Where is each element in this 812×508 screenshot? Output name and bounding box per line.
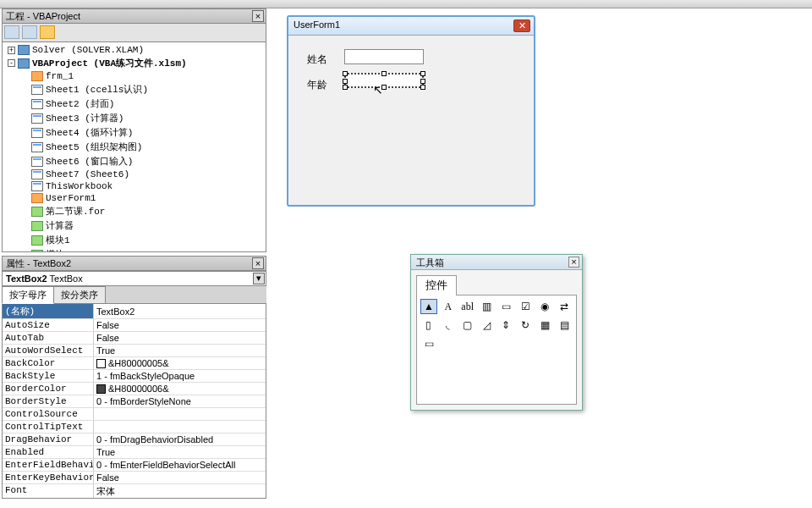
property-row[interactable]: DragBehavior0 - fmDragBehaviorDisabled: [3, 433, 266, 446]
toolbox-titlebar[interactable]: 工具箱 ×: [411, 255, 582, 270]
resize-handle[interactable]: [381, 85, 387, 90]
resize-handle[interactable]: [343, 79, 348, 84]
toolbox-tool[interactable]: ▤: [556, 318, 573, 333]
textbox1[interactable]: [344, 49, 424, 64]
property-row[interactable]: Font宋体: [3, 484, 266, 499]
expander-icon[interactable]: +: [8, 47, 15, 54]
property-row[interactable]: AutoTabFalse: [3, 332, 266, 345]
toolbox-tool[interactable]: A: [440, 299, 457, 314]
toolbox-tool[interactable]: ▭: [420, 336, 437, 351]
toolbox-tool[interactable]: ⇄: [556, 299, 573, 314]
property-value[interactable]: True: [94, 446, 266, 458]
toolbox-tool[interactable]: ◟: [440, 318, 457, 333]
tab-alphabetic[interactable]: 按字母序: [2, 286, 54, 304]
toolbox-tab-controls[interactable]: 控件: [416, 275, 457, 295]
tree-item[interactable]: Sheet6 (窗口输入): [4, 154, 264, 168]
object-selector[interactable]: TextBox2 TextBox ▾: [2, 271, 266, 286]
view-object-icon[interactable]: [22, 25, 37, 39]
tree-item[interactable]: ThisWorkbook: [4, 180, 264, 192]
property-value[interactable]: True: [94, 345, 266, 356]
tree-item[interactable]: Sheet3 (计算器): [4, 111, 264, 125]
property-row[interactable]: EnterFieldBehavior0 - fmEnterFieldBehavi…: [3, 459, 266, 472]
property-row[interactable]: BackColor&H80000005&: [3, 357, 266, 370]
tree-item[interactable]: +Solver (SOLVER.XLAM): [4, 44, 264, 56]
toggle-folders-icon[interactable]: [40, 25, 55, 39]
property-value[interactable]: 宋体: [94, 484, 266, 499]
property-value[interactable]: &H80000006&: [94, 383, 266, 395]
tree-item[interactable]: 第二节课.for: [4, 204, 264, 218]
tree-item[interactable]: Sheet1 (ccells认识): [4, 82, 264, 97]
property-value[interactable]: False: [94, 332, 266, 344]
toolbox-close-icon[interactable]: ×: [568, 257, 579, 268]
toolbox-tool[interactable]: ↻: [517, 318, 534, 333]
toolbox-tool[interactable]: ◿: [479, 318, 496, 333]
expander-icon[interactable]: -: [8, 59, 15, 67]
property-row[interactable]: BorderStyle0 - fmBorderStyleNone: [3, 395, 266, 408]
resize-handle[interactable]: [420, 71, 425, 76]
toolbox-tool[interactable]: ☑: [517, 299, 534, 314]
toolbox-tool[interactable]: ▯: [420, 318, 437, 333]
resize-handle[interactable]: [420, 79, 425, 84]
project-tree[interactable]: +Solver (SOLVER.XLAM)-VBAProject (VBA练习文…: [2, 42, 266, 252]
label-age[interactable]: 年龄: [307, 78, 327, 92]
textbox2-selected[interactable]: [344, 73, 424, 88]
sheet-icon: [31, 113, 43, 124]
toolbox-tool[interactable]: ▭: [498, 299, 515, 314]
tree-item[interactable]: frm_1: [4, 70, 264, 82]
property-row[interactable]: EnabledTrue: [3, 446, 266, 459]
property-row[interactable]: ControlSource: [3, 408, 266, 421]
properties-grid[interactable]: (名称)TextBox2AutoSizeFalseAutoTabFalseAut…: [2, 304, 266, 499]
toolbox-tool[interactable]: ▲: [420, 299, 437, 314]
toolbox-tool[interactable]: ▦: [536, 318, 553, 333]
tree-item[interactable]: Sheet4 (循环计算): [4, 125, 264, 140]
properties-close-icon[interactable]: ×: [252, 257, 264, 269]
toolbox-tool[interactable]: ◉: [536, 299, 553, 314]
view-code-icon[interactable]: [4, 25, 19, 39]
tab-categorized[interactable]: 按分类序: [53, 286, 106, 303]
property-value[interactable]: 0 - fmBorderStyleNone: [94, 395, 266, 407]
property-value[interactable]: 0 - fmEnterFieldBehaviorSelectAll: [94, 459, 266, 471]
resize-handle[interactable]: [420, 85, 425, 90]
toolbox-tool[interactable]: ⇕: [498, 318, 515, 333]
property-row[interactable]: ControlTipText: [3, 421, 266, 433]
userform-window[interactable]: UserForm1 ✕ 姓名 年龄 ↖: [287, 15, 535, 207]
property-value[interactable]: 1 - fmBackStyleOpaque: [94, 370, 266, 382]
property-value[interactable]: False: [94, 319, 266, 331]
toolbox-tool[interactable]: abl: [459, 299, 476, 314]
tree-item[interactable]: Sheet7 (Sheet6): [4, 168, 264, 180]
tree-item[interactable]: UserForm1: [4, 192, 264, 204]
dropdown-icon[interactable]: ▾: [253, 273, 265, 284]
tree-item[interactable]: 模块1: [4, 233, 264, 247]
property-value[interactable]: &H80000005&: [94, 357, 266, 369]
label-name[interactable]: 姓名: [307, 52, 327, 67]
property-value[interactable]: 0 - fmDragBehaviorDisabled: [94, 433, 266, 445]
toolbox-tool[interactable]: ▥: [479, 299, 496, 314]
property-row[interactable]: BackStyle1 - fmBackStyleOpaque: [3, 370, 266, 383]
property-value[interactable]: TextBox2: [94, 304, 266, 318]
resize-handle[interactable]: [381, 71, 387, 76]
tree-label: Sheet4 (循环计算): [46, 126, 133, 139]
tree-item[interactable]: -VBAProject (VBA练习文件.xlsm): [4, 56, 264, 70]
tree-item[interactable]: Sheet5 (组织架构图): [4, 140, 264, 154]
tree-item[interactable]: Sheet2 (封面): [4, 97, 264, 111]
project-panel-close-icon[interactable]: ×: [252, 10, 264, 22]
userform-close-icon[interactable]: ✕: [513, 19, 530, 32]
resize-handle[interactable]: [343, 71, 348, 76]
property-row[interactable]: EnterKeyBehaviorFalse: [3, 472, 266, 484]
property-row[interactable]: AutoSizeFalse: [3, 319, 266, 332]
property-value[interactable]: [94, 408, 266, 420]
property-value[interactable]: [94, 421, 266, 433]
tree-item[interactable]: 计算器: [4, 218, 264, 233]
property-row[interactable]: (名称)TextBox2: [3, 304, 266, 319]
property-name: EnterKeyBehavior: [3, 472, 94, 483]
property-value[interactable]: False: [94, 472, 266, 483]
resize-handle[interactable]: [343, 85, 348, 90]
property-name: AutoWordSelect: [3, 345, 94, 356]
property-row[interactable]: BorderColor&H80000006&: [3, 383, 266, 395]
toolbox-tool[interactable]: ▢: [459, 318, 476, 333]
tree-item[interactable]: 模块2: [4, 247, 264, 252]
userform-body[interactable]: 姓名 年龄 ↖: [288, 36, 534, 205]
toolbox-window[interactable]: 工具箱 × 控件 ▲Aabl▥▭☑◉⇄ ▯◟▢◿⇕↻▦▤ ▭: [410, 254, 583, 411]
module-icon: [31, 250, 43, 253]
property-row[interactable]: AutoWordSelectTrue: [3, 345, 266, 357]
